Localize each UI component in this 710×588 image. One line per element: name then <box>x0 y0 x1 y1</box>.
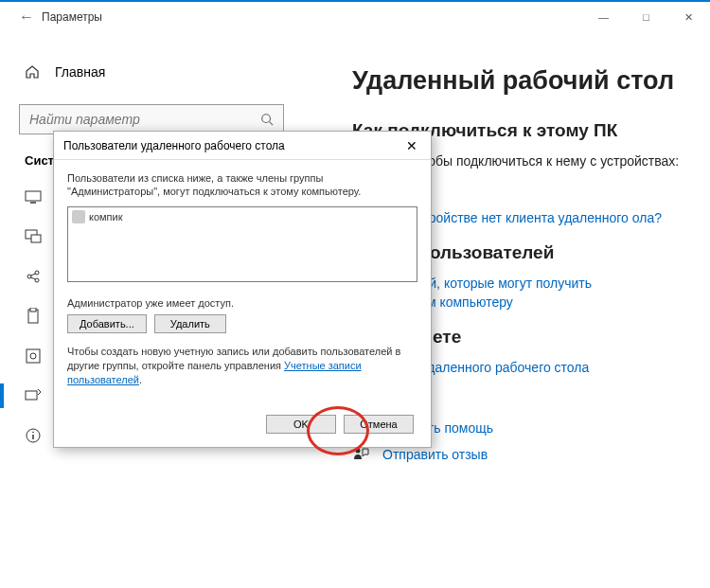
feedback-link[interactable]: Отправить отзыв <box>382 447 488 462</box>
ok-row: OK Отмена <box>67 415 417 434</box>
search-input[interactable] <box>29 112 260 127</box>
svg-point-0 <box>262 115 271 123</box>
info-icon <box>25 427 42 444</box>
add-button[interactable]: Добавить... <box>67 314 147 333</box>
button-row: Добавить... Удалить <box>67 314 417 333</box>
list-item[interactable]: компик <box>70 209 415 224</box>
remove-button[interactable]: Удалить <box>154 314 226 333</box>
display-icon <box>25 188 42 205</box>
svg-line-10 <box>31 277 36 279</box>
window-title: Параметры <box>42 10 582 24</box>
svg-rect-13 <box>27 349 40 363</box>
search-icon <box>260 113 274 126</box>
remote-desktop-icon <box>25 387 42 404</box>
svg-rect-12 <box>30 308 36 312</box>
users-listbox[interactable]: компик <box>67 206 417 282</box>
list-item-label: компик <box>89 211 123 223</box>
create-note: Чтобы создать новую учетную запись или д… <box>67 345 417 388</box>
admin-note: Администратор уже имеет доступ. <box>67 297 417 309</box>
svg-rect-5 <box>31 235 41 242</box>
ok-button[interactable]: OK <box>266 415 336 434</box>
close-button[interactable]: ✕ <box>667 2 710 32</box>
home-icon <box>25 64 40 80</box>
page-title: Удаленный рабочий стол <box>352 66 682 96</box>
back-icon[interactable]: ← <box>19 9 42 26</box>
clipboard-icon <box>25 308 42 325</box>
titlebar: ← Параметры — □ ✕ <box>0 2 710 32</box>
feedback-icon <box>352 446 369 463</box>
sidebar-home-label: Главная <box>55 64 105 80</box>
create-note-post: . <box>139 374 142 385</box>
superconnect-icon <box>25 347 42 365</box>
dialog-body: Пользователи из списка ниже, а также чле… <box>54 160 431 447</box>
projecting-icon <box>25 228 42 245</box>
dialog-title: Пользователи удаленного рабочего стола <box>63 139 400 152</box>
svg-line-1 <box>270 122 274 126</box>
svg-rect-2 <box>26 191 41 201</box>
window-buttons: — □ ✕ <box>582 2 710 32</box>
dialog-titlebar: Пользователи удаленного рабочего стола ✕ <box>54 132 431 160</box>
dialog-close-button[interactable]: ✕ <box>400 134 423 157</box>
svg-rect-15 <box>26 391 37 400</box>
user-icon <box>72 210 85 223</box>
shared-icon <box>25 268 42 285</box>
maximize-button[interactable]: □ <box>625 2 667 32</box>
svg-line-9 <box>31 274 36 276</box>
svg-point-20 <box>356 448 361 453</box>
cancel-button[interactable]: Отмена <box>344 415 414 434</box>
minimize-button[interactable]: — <box>582 2 625 32</box>
dialog-desc: Пользователи из списка ниже, а также чле… <box>67 171 417 199</box>
sidebar-home[interactable]: Главная <box>19 55 303 89</box>
svg-point-18 <box>32 432 34 434</box>
svg-point-14 <box>30 353 36 359</box>
feedback-row[interactable]: Отправить отзыв <box>352 446 682 463</box>
remote-desktop-users-dialog: Пользователи удаленного рабочего стола ✕… <box>53 131 432 448</box>
